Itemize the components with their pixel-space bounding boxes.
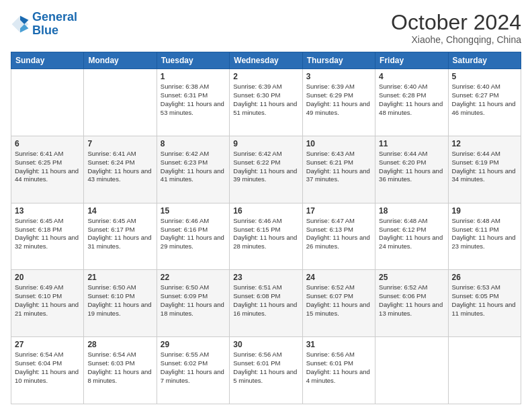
calendar-subtitle: Xiaohe, Chongqing, China (391, 34, 521, 45)
calendar-cell: 21Sunrise: 6:50 AMSunset: 6:10 PMDayligh… (84, 270, 157, 337)
calendar-title: October 2024 (391, 11, 521, 34)
calendar-cell: 15Sunrise: 6:46 AMSunset: 6:16 PMDayligh… (157, 203, 229, 270)
logo-text: General Blue (32, 11, 77, 38)
calendar-cell: 8Sunrise: 6:42 AMSunset: 6:23 PMDaylight… (157, 136, 229, 203)
logo-blue: Blue (32, 24, 58, 37)
header: General Blue October 2024 Xiaohe, Chongq… (11, 11, 521, 45)
day-number: 3 (306, 72, 371, 81)
day-number: 6 (15, 139, 80, 148)
calendar-cell: 12Sunrise: 6:44 AMSunset: 6:19 PMDayligh… (448, 136, 521, 203)
day-info: Sunrise: 6:52 AMSunset: 6:07 PMDaylight:… (306, 283, 371, 318)
day-info: Sunrise: 6:44 AMSunset: 6:19 PMDaylight:… (452, 150, 517, 184)
day-info: Sunrise: 6:40 AMSunset: 6:27 PMDaylight:… (452, 83, 517, 117)
day-info: Sunrise: 6:38 AMSunset: 6:31 PMDaylight:… (161, 83, 226, 117)
day-info: Sunrise: 6:52 AMSunset: 6:06 PMDaylight:… (379, 283, 444, 318)
day-info: Sunrise: 6:46 AMSunset: 6:16 PMDaylight:… (161, 217, 226, 251)
day-number: 9 (233, 139, 298, 148)
day-number: 21 (87, 273, 152, 282)
day-number: 16 (233, 206, 298, 216)
day-info: Sunrise: 6:42 AMSunset: 6:22 PMDaylight:… (233, 150, 298, 184)
day-number: 4 (379, 72, 444, 81)
calendar-cell: 23Sunrise: 6:51 AMSunset: 6:08 PMDayligh… (230, 270, 302, 337)
calendar-cell: 2Sunrise: 6:39 AMSunset: 6:30 PMDaylight… (230, 69, 302, 136)
day-number: 25 (379, 273, 444, 282)
day-info: Sunrise: 6:44 AMSunset: 6:20 PMDaylight:… (379, 150, 444, 184)
header-row: SundayMondayTuesdayWednesdayThursdayFrid… (11, 52, 521, 69)
day-header-tuesday: Tuesday (157, 52, 229, 69)
day-number: 12 (452, 139, 517, 148)
day-info: Sunrise: 6:42 AMSunset: 6:23 PMDaylight:… (161, 150, 226, 184)
day-header-thursday: Thursday (302, 52, 375, 69)
day-number: 22 (161, 273, 226, 282)
day-number: 18 (379, 206, 444, 216)
calendar-cell: 7Sunrise: 6:41 AMSunset: 6:24 PMDaylight… (84, 136, 157, 203)
calendar-cell: 5Sunrise: 6:40 AMSunset: 6:27 PMDaylight… (448, 69, 521, 136)
calendar-cell: 29Sunrise: 6:55 AMSunset: 6:02 PMDayligh… (157, 337, 229, 404)
day-info: Sunrise: 6:51 AMSunset: 6:08 PMDaylight:… (233, 283, 298, 318)
day-info: Sunrise: 6:45 AMSunset: 6:18 PMDaylight:… (15, 217, 80, 251)
calendar-cell: 14Sunrise: 6:45 AMSunset: 6:17 PMDayligh… (84, 203, 157, 270)
day-info: Sunrise: 6:39 AMSunset: 6:30 PMDaylight:… (233, 83, 298, 117)
day-header-monday: Monday (84, 52, 157, 69)
calendar-cell (448, 337, 521, 404)
calendar-cell: 31Sunrise: 6:56 AMSunset: 6:01 PMDayligh… (302, 337, 375, 404)
day-number: 20 (15, 273, 80, 282)
day-info: Sunrise: 6:50 AMSunset: 6:10 PMDaylight:… (87, 283, 152, 318)
calendar-cell: 11Sunrise: 6:44 AMSunset: 6:20 PMDayligh… (375, 136, 448, 203)
day-info: Sunrise: 6:54 AMSunset: 6:04 PMDaylight:… (15, 351, 80, 385)
day-number: 28 (87, 340, 152, 349)
day-number: 26 (452, 273, 517, 282)
day-number: 23 (233, 273, 298, 282)
day-number: 1 (161, 72, 226, 81)
logo-general: General (32, 10, 77, 24)
day-header-friday: Friday (375, 52, 448, 69)
title-area: October 2024 Xiaohe, Chongqing, China (391, 11, 521, 45)
calendar-week-4: 20Sunrise: 6:49 AMSunset: 6:10 PMDayligh… (11, 270, 521, 337)
calendar-week-2: 6Sunrise: 6:41 AMSunset: 6:25 PMDaylight… (11, 136, 521, 203)
calendar-week-1: 1Sunrise: 6:38 AMSunset: 6:31 PMDaylight… (11, 69, 521, 136)
calendar-cell: 16Sunrise: 6:46 AMSunset: 6:15 PMDayligh… (230, 203, 302, 270)
day-number: 24 (306, 273, 371, 282)
day-info: Sunrise: 6:40 AMSunset: 6:28 PMDaylight:… (379, 83, 444, 117)
day-number: 27 (15, 340, 80, 349)
calendar-cell: 28Sunrise: 6:54 AMSunset: 6:03 PMDayligh… (84, 337, 157, 404)
day-info: Sunrise: 6:48 AMSunset: 6:11 PMDaylight:… (452, 217, 517, 251)
day-number: 7 (87, 139, 152, 148)
calendar-cell: 13Sunrise: 6:45 AMSunset: 6:18 PMDayligh… (11, 203, 84, 270)
day-number: 29 (161, 340, 226, 349)
calendar-cell (11, 69, 84, 136)
page: General Blue October 2024 Xiaohe, Chongq… (0, 0, 532, 411)
day-info: Sunrise: 6:50 AMSunset: 6:09 PMDaylight:… (161, 283, 226, 318)
day-info: Sunrise: 6:53 AMSunset: 6:05 PMDaylight:… (452, 283, 517, 318)
calendar-cell: 18Sunrise: 6:48 AMSunset: 6:12 PMDayligh… (375, 203, 448, 270)
calendar-cell: 1Sunrise: 6:38 AMSunset: 6:31 PMDaylight… (157, 69, 229, 136)
day-number: 31 (306, 340, 371, 349)
calendar-cell: 27Sunrise: 6:54 AMSunset: 6:04 PMDayligh… (11, 337, 84, 404)
day-info: Sunrise: 6:46 AMSunset: 6:15 PMDaylight:… (233, 217, 298, 251)
day-number: 13 (15, 206, 80, 216)
calendar-cell: 26Sunrise: 6:53 AMSunset: 6:05 PMDayligh… (448, 270, 521, 337)
day-info: Sunrise: 6:48 AMSunset: 6:12 PMDaylight:… (379, 217, 444, 251)
calendar-cell: 20Sunrise: 6:49 AMSunset: 6:10 PMDayligh… (11, 270, 84, 337)
calendar-cell: 19Sunrise: 6:48 AMSunset: 6:11 PMDayligh… (448, 203, 521, 270)
calendar-cell: 4Sunrise: 6:40 AMSunset: 6:28 PMDaylight… (375, 69, 448, 136)
day-header-sunday: Sunday (11, 52, 84, 69)
calendar-week-5: 27Sunrise: 6:54 AMSunset: 6:04 PMDayligh… (11, 337, 521, 404)
calendar-week-3: 13Sunrise: 6:45 AMSunset: 6:18 PMDayligh… (11, 203, 521, 270)
day-info: Sunrise: 6:54 AMSunset: 6:03 PMDaylight:… (87, 351, 152, 385)
day-info: Sunrise: 6:47 AMSunset: 6:13 PMDaylight:… (306, 217, 371, 251)
day-number: 19 (452, 206, 517, 216)
calendar-cell: 22Sunrise: 6:50 AMSunset: 6:09 PMDayligh… (157, 270, 229, 337)
day-info: Sunrise: 6:41 AMSunset: 6:24 PMDaylight:… (87, 150, 152, 184)
logo: General Blue (11, 11, 77, 38)
calendar-cell: 3Sunrise: 6:39 AMSunset: 6:29 PMDaylight… (302, 69, 375, 136)
day-info: Sunrise: 6:43 AMSunset: 6:21 PMDaylight:… (306, 150, 371, 184)
day-number: 30 (233, 340, 298, 349)
day-number: 2 (233, 72, 298, 81)
calendar-cell: 30Sunrise: 6:56 AMSunset: 6:01 PMDayligh… (230, 337, 302, 404)
day-info: Sunrise: 6:56 AMSunset: 6:01 PMDaylight:… (306, 351, 371, 385)
calendar-cell (375, 337, 448, 404)
logo-icon (11, 15, 30, 34)
day-info: Sunrise: 6:49 AMSunset: 6:10 PMDaylight:… (15, 283, 80, 318)
day-number: 8 (161, 139, 226, 148)
